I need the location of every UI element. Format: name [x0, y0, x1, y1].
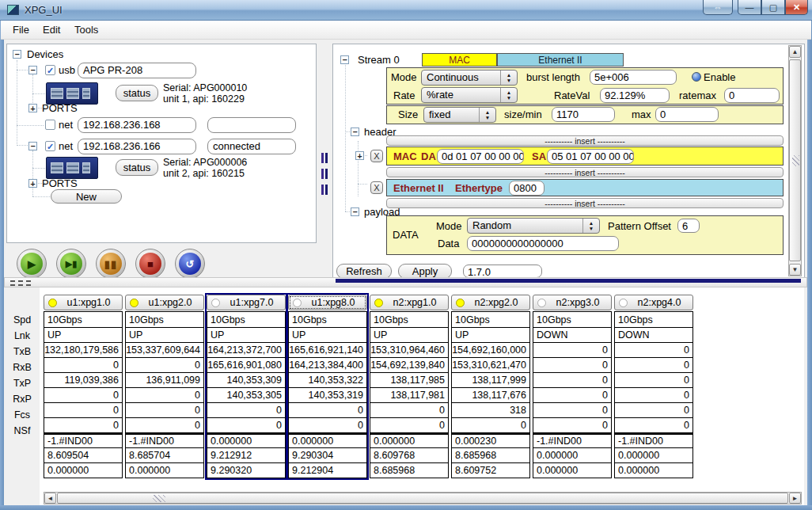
stat-column-header[interactable]: u1:xpg1.0: [44, 295, 123, 310]
usb-ports-expand-toggle[interactable]: +: [28, 104, 37, 112]
minimize-button[interactable]: —: [738, 0, 761, 15]
tab-mac-label: MAC: [449, 55, 470, 66]
mac-expand-toggle[interactable]: +: [355, 151, 364, 160]
insert-bar[interactable]: ---------- insert ----------: [386, 135, 784, 146]
tree-line: [17, 125, 44, 126]
stream-collapse-toggle[interactable]: −: [340, 55, 349, 64]
net2-state-field[interactable]: connected: [207, 139, 296, 154]
net2-collapse-toggle[interactable]: −: [28, 142, 37, 150]
scroll-left-button[interactable]: ◄: [44, 493, 56, 504]
stat-column: n2:xpg2.010GbpsUP154,692,160,000153,310,…: [450, 293, 532, 480]
ethernet-remove-button[interactable]: X: [370, 181, 383, 194]
insert-bar[interactable]: ---------- insert ----------: [386, 198, 784, 208]
spinner-icon[interactable]: ▲▼: [500, 88, 517, 102]
usb-device-image: [46, 82, 98, 105]
hscroll-thumb[interactable]: [57, 493, 788, 504]
scroll-down-button[interactable]: ▼: [789, 264, 801, 276]
menu-edit[interactable]: Edit: [43, 24, 60, 36]
stat-column-header[interactable]: u1:xpg8.0: [288, 295, 367, 310]
size-combo[interactable]: fixed ▲▼: [423, 107, 496, 123]
data-field[interactable]: 0000000000000000: [467, 236, 619, 251]
expand-icon: +: [357, 151, 362, 160]
ratemax-field[interactable]: 0: [724, 88, 780, 103]
stats-hscrollbar[interactable]: ◄ ►: [44, 492, 802, 504]
play-button[interactable]: ▶: [17, 249, 47, 279]
pause-button[interactable]: ▮▮: [96, 249, 126, 279]
rateval-field[interactable]: 92.129%: [600, 88, 670, 103]
vertical-splitter[interactable]: [318, 44, 331, 277]
stat-cell: 0: [615, 342, 692, 357]
payload-collapse-toggle[interactable]: −: [351, 207, 359, 216]
net2-status-button[interactable]: status: [116, 159, 158, 176]
close-button[interactable]: ✕: [785, 0, 808, 15]
burst-length-field[interactable]: 5e+006: [590, 70, 677, 85]
titlebar[interactable]: [0, 0, 812, 21]
header-collapse-toggle[interactable]: −: [351, 128, 359, 136]
tree-line: [345, 65, 346, 211]
tab-mac[interactable]: MAC: [422, 53, 497, 67]
mac-sa-label: SA: [532, 150, 546, 162]
net1-checkbox[interactable]: [45, 120, 55, 130]
usb-name-field[interactable]: APG PR-208: [78, 63, 196, 78]
stat-cell: 138,117,999: [452, 372, 529, 387]
stat-cell: 0: [289, 417, 366, 432]
net2-ports-expand-toggle[interactable]: +: [28, 179, 37, 188]
stat-column-header[interactable]: n2:xpg3.0: [533, 295, 612, 310]
stream-vscrollbar[interactable]: ▲ ▼: [788, 45, 802, 276]
version-field[interactable]: 1.7.0: [463, 265, 542, 278]
net2-address-field[interactable]: 192.168.236.166: [78, 139, 196, 154]
net1-state-field[interactable]: [207, 117, 296, 133]
stat-column-values: 10GbpsUP154,692,160,000153,310,621,47013…: [451, 311, 530, 478]
stat-column-header[interactable]: n2:xpg2.0: [451, 295, 530, 310]
rate-combo[interactable]: %rate ▲▼: [421, 87, 518, 103]
resize-icon: ⇔: [714, 2, 723, 12]
menu-file[interactable]: File: [13, 24, 29, 36]
collapse-icon: −: [352, 128, 357, 136]
net1-address-field[interactable]: 192.168.236.168: [78, 117, 196, 133]
collapse-icon: −: [30, 142, 35, 150]
device-port-icon: [51, 88, 63, 99]
mac-da-label: DA: [421, 150, 436, 162]
menu-tools[interactable]: Tools: [74, 24, 98, 36]
mac-remove-button[interactable]: X: [370, 150, 383, 162]
port-name: u1:xpg1.0: [62, 297, 122, 308]
devices-collapse-toggle[interactable]: −: [13, 50, 21, 59]
spinner-icon[interactable]: ▲▼: [582, 219, 599, 233]
vscroll-thumb[interactable]: [789, 59, 801, 261]
stat-column-header[interactable]: n2:xpg4.0: [614, 295, 693, 310]
scroll-up-button[interactable]: ▲: [789, 46, 801, 58]
scroll-right-button[interactable]: ►: [789, 493, 801, 504]
ethertype-field[interactable]: 0800: [509, 181, 544, 196]
enable-radio[interactable]: [692, 72, 701, 82]
net2-checkbox[interactable]: ✓: [45, 141, 55, 151]
payload-mode-combo[interactable]: Random ▲▼: [467, 218, 600, 234]
spinner-icon[interactable]: ▲▼: [479, 108, 495, 122]
max-field[interactable]: 0: [655, 107, 719, 122]
restart-button[interactable]: ↺: [175, 249, 205, 279]
usb-checkbox[interactable]: ✓: [45, 65, 55, 75]
tab-ethernet[interactable]: Ethernet II: [497, 53, 624, 67]
close-icon: X: [374, 151, 379, 161]
sizemin-field[interactable]: 1170: [552, 107, 615, 122]
mac-sa-field[interactable]: 05 01 07 00 00 00: [547, 149, 634, 164]
resize-button[interactable]: ⇔: [703, 0, 733, 15]
usb-collapse-toggle[interactable]: −: [28, 66, 37, 74]
stat-cell: UP: [207, 327, 285, 342]
pattern-offset-field[interactable]: 6: [677, 219, 700, 233]
stat-cell: 9.290320: [207, 462, 285, 478]
spinner-icon[interactable]: ▲▼: [500, 70, 517, 85]
mode-combo[interactable]: Continuous ▲▼: [421, 70, 518, 86]
maximize-button[interactable]: ▢: [761, 0, 785, 15]
insert-bar[interactable]: ---------- insert ----------: [386, 167, 784, 177]
usb-status-button[interactable]: status: [116, 85, 158, 101]
stat-column-header[interactable]: u1:xpg7.0: [207, 295, 286, 310]
scroll-up-icon: ▲: [792, 48, 799, 55]
max-label: max: [632, 108, 651, 120]
step-button[interactable]: ▶▮: [56, 249, 86, 279]
mac-da-field[interactable]: 0d 01 07 00 00 00: [437, 149, 524, 164]
stat-column-header[interactable]: n2:xpg1.0: [370, 295, 449, 310]
stop-button[interactable]: ■: [135, 249, 165, 279]
new-device-button[interactable]: New: [51, 189, 122, 204]
stat-column-header[interactable]: u1:xpg2.0: [125, 295, 204, 310]
net2-ports-label: PORTS: [42, 177, 78, 189]
